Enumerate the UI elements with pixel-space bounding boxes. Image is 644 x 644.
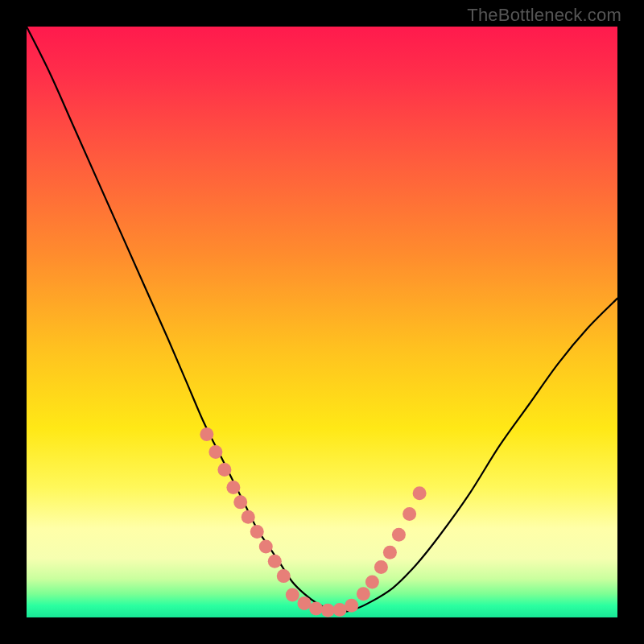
marker-dot xyxy=(402,507,416,521)
marker-dot xyxy=(286,588,299,602)
marker-dot xyxy=(268,555,282,568)
marker-dot xyxy=(242,510,255,524)
marker-dot xyxy=(200,427,213,441)
marker-dot xyxy=(374,560,388,574)
marker-dot xyxy=(309,601,323,615)
chart-svg xyxy=(27,27,617,617)
marker-dot xyxy=(365,575,379,588)
watermark-text: TheBottleneck.com xyxy=(467,5,621,26)
marker-dot xyxy=(208,445,222,459)
marker-dot xyxy=(357,587,370,601)
marker-dot xyxy=(345,599,358,613)
marker-dot xyxy=(233,495,247,509)
bottleneck-curve xyxy=(27,27,617,612)
marker-dot xyxy=(297,597,311,610)
marker-dot xyxy=(226,481,240,494)
chart-frame: TheBottleneck.com xyxy=(0,0,644,644)
marker-dot xyxy=(333,603,347,617)
marker-dot xyxy=(259,539,273,553)
marker-dot xyxy=(250,525,264,539)
marker-dot xyxy=(217,463,231,477)
marker-dot xyxy=(277,569,291,583)
marker-dot xyxy=(383,546,397,559)
marker-dot xyxy=(321,604,335,617)
marker-dot xyxy=(392,528,406,542)
marker-dot xyxy=(413,486,427,500)
